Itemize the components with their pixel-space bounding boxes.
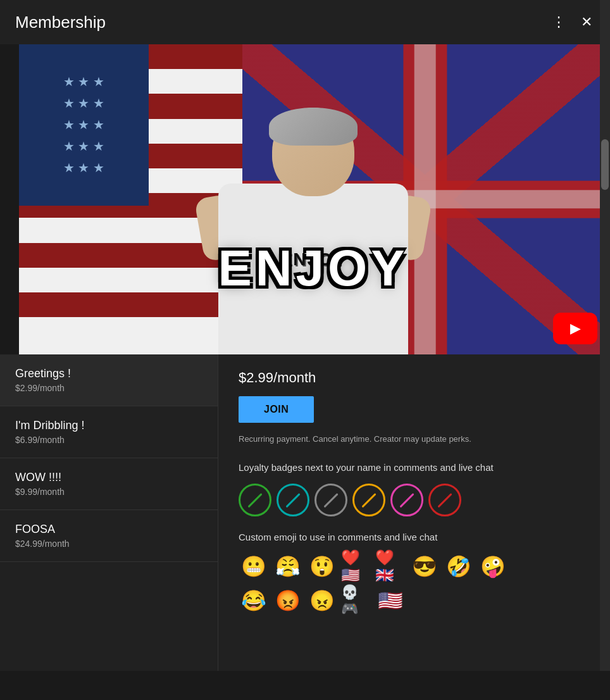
emoji-row-1: 😬 😤 😲 ❤️🇺🇸 ❤️🇬🇧 😎 🤣 🤪 — [239, 551, 590, 582]
badge-slash-3 — [323, 492, 339, 508]
selected-price: $2.99/month — [239, 370, 590, 386]
tier-dribbling[interactable]: I'm Dribbling ! $6.99/month — [0, 406, 218, 458]
badge-slash-5 — [399, 492, 414, 508]
badge-slash-1 — [247, 492, 263, 508]
page-title: Membership — [15, 13, 106, 32]
emoji-7: 🤣 — [444, 551, 474, 582]
emoji-2: 😤 — [273, 551, 303, 582]
more-options-button[interactable]: ⋮ — [549, 13, 568, 32]
tier-name-dribbling: I'm Dribbling ! — [15, 419, 202, 432]
badge-6 — [428, 484, 461, 516]
emoji-5: ❤️🇬🇧 — [375, 551, 406, 582]
join-button[interactable]: JOIN — [239, 396, 314, 423]
close-button[interactable]: ✕ — [578, 13, 595, 32]
tier-price-foosa: $24.99/month — [15, 539, 202, 549]
header-actions: ⋮ ✕ — [549, 13, 595, 32]
tier-foosa[interactable]: FOOSA $24.99/month — [0, 510, 218, 562]
emoji-row-2: 😂 😡 😠 💀🎮 🇺🇸 — [239, 585, 590, 616]
scrollbar-handle[interactable] — [601, 139, 609, 190]
loyalty-badges — [239, 484, 590, 516]
main-content: Greetings ! $2.99/month I'm Dribbling ! … — [0, 354, 610, 671]
video-thumbnail[interactable]: ★ ★ ★★ ★ ★★ ★ ★★ ★ ★★ ★ ★ — [19, 44, 607, 354]
tier-name-wow: WOW !!!! — [15, 471, 202, 484]
emoji-9: 😂 — [239, 585, 269, 616]
video-background: ★ ★ ★★ ★ ★★ ★ ★★ ★ ★★ ★ ★ — [19, 44, 607, 354]
tiers-panel: Greetings ! $2.99/month I'm Dribbling ! … — [0, 354, 218, 671]
emoji-1: 😬 — [239, 551, 269, 582]
tier-greetings[interactable]: Greetings ! $2.99/month — [0, 354, 218, 406]
youtube-logo — [553, 313, 597, 344]
emoji-3: 😲 — [307, 551, 337, 582]
badge-1 — [239, 484, 271, 516]
badge-4 — [352, 484, 385, 516]
emoji-8: 🤪 — [478, 551, 508, 582]
emoji-4: ❤️🇺🇸 — [341, 551, 371, 582]
emoji-11: 😠 — [307, 585, 337, 616]
recurring-text: Recurring payment. Cancel anytime. Creat… — [239, 433, 504, 446]
tier-price-dribbling: $6.99/month — [15, 435, 202, 445]
tier-name-greetings: Greetings ! — [15, 367, 202, 380]
badge-slash-2 — [285, 492, 301, 508]
tier-price-wow: $9.99/month — [15, 487, 202, 497]
badge-2 — [277, 484, 309, 516]
badge-slash-6 — [437, 492, 452, 508]
badge-5 — [390, 484, 423, 516]
person-image: ENJOY — [212, 108, 414, 354]
emoji-perk-title: Custom emoji to use in comments and live… — [239, 532, 590, 542]
details-panel: $2.99/month JOIN Recurring payment. Canc… — [218, 354, 610, 671]
us-flag-canton: ★ ★ ★★ ★ ★★ ★ ★★ ★ ★★ ★ ★ — [19, 44, 149, 206]
scrollbar-track[interactable] — [600, 0, 610, 671]
emoji-6: 😎 — [409, 551, 440, 582]
emoji-12: 💀🎮 — [341, 585, 371, 616]
tier-price-greetings: $2.99/month — [15, 383, 202, 393]
tier-name-foosa: FOOSA — [15, 523, 202, 536]
badges-perk-title: Loyalty badges next to your name in comm… — [239, 461, 590, 475]
emoji-13: 🇺🇸 — [375, 585, 406, 616]
badge-slash-4 — [361, 492, 377, 508]
badge-3 — [314, 484, 347, 516]
header: Membership ⋮ ✕ — [0, 0, 610, 44]
video-overlay-text: ENJOY — [218, 239, 408, 297]
tier-wow[interactable]: WOW !!!! $9.99/month — [0, 458, 218, 510]
emoji-10: 😡 — [273, 585, 303, 616]
